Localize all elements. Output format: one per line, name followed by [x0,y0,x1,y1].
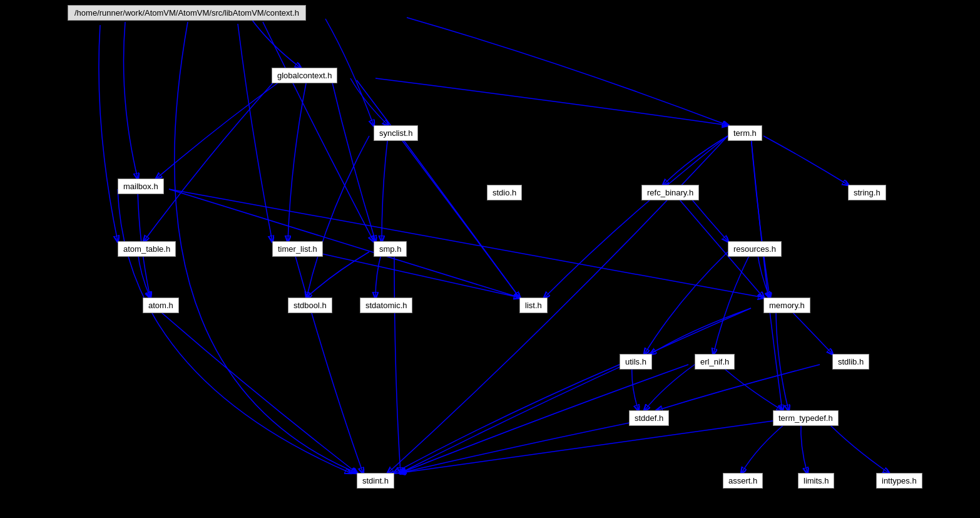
node-stddef_h: stddef.h [629,410,669,426]
node-stdint_h: stdint.h [357,473,394,489]
title-node: /home/runner/work/AtomVM/AtomVM/src/libA… [68,5,306,21]
node-refc_binary_h: refc_binary.h [641,185,699,200]
node-erl_nif_h: erl_nif.h [695,354,735,370]
node-utils_h: utils.h [620,354,652,370]
node-inttypes_h: inttypes.h [876,473,922,489]
node-stdlib_h: stdlib.h [832,354,869,370]
node-term_typedef_h: term_typedef.h [773,410,839,426]
node-atom_h: atom.h [143,298,179,313]
node-list_h: list.h [519,298,548,313]
node-string_h: string.h [848,185,886,200]
node-synclist_h: synclist.h [374,125,418,141]
node-stdatomic_h: stdatomic.h [360,298,412,313]
node-memory_h: memory.h [763,298,810,313]
node-stdio_h: stdio.h [487,185,522,200]
node-stdbool_h: stdbool.h [288,298,332,313]
node-mailbox_h: mailbox.h [118,179,164,194]
node-term_h: term.h [728,125,762,141]
node-resources_h: resources.h [728,241,782,257]
node-smp_h: smp.h [374,241,407,257]
node-assert_h: assert.h [723,473,763,489]
node-atom_table_h: atom_table.h [118,241,176,257]
node-timer_list_h: timer_list.h [272,241,323,257]
node-globalcontext_h: globalcontext.h [272,68,337,83]
node-limits_h: limits.h [798,473,834,489]
